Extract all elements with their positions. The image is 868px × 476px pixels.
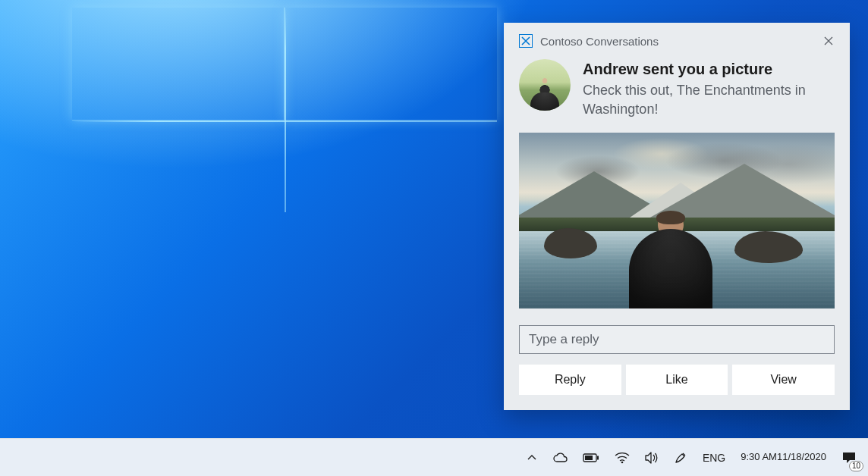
close-icon bbox=[824, 36, 833, 45]
like-button[interactable]: Like bbox=[626, 365, 728, 395]
notification-actions: Reply Like View bbox=[519, 365, 835, 395]
chevron-up-icon bbox=[527, 453, 537, 463]
language-indicator[interactable]: ENG bbox=[697, 443, 731, 473]
app-name: Contoso Conversations bbox=[540, 35, 659, 48]
wallpaper-windows-outline bbox=[72, 8, 497, 212]
notification-count-badge: 10 bbox=[849, 461, 863, 471]
notification-toast: Contoso Conversations Andrew sent you a … bbox=[504, 23, 850, 410]
wifi-tray[interactable] bbox=[609, 443, 635, 473]
volume-tray[interactable] bbox=[640, 443, 664, 473]
cloud-icon bbox=[552, 453, 568, 463]
tray-overflow-button[interactable] bbox=[521, 443, 542, 473]
action-center-button[interactable]: 10 bbox=[836, 443, 862, 473]
notification-hero-image bbox=[519, 133, 835, 308]
app-icon bbox=[519, 34, 533, 48]
toast-header: Contoso Conversations bbox=[504, 23, 850, 56]
reply-button[interactable]: Reply bbox=[519, 365, 621, 395]
speaker-icon bbox=[645, 452, 659, 464]
battery-tray[interactable] bbox=[577, 443, 605, 473]
onedrive-tray[interactable] bbox=[547, 443, 573, 473]
svg-rect-2 bbox=[585, 456, 593, 460]
system-tray: ENG 9:30 AM 11/18/2020 10 bbox=[521, 443, 862, 473]
taskbar: ENG 9:30 AM 11/18/2020 10 bbox=[0, 438, 868, 476]
notification-body: Check this out, The Enchantments in Wash… bbox=[583, 81, 835, 119]
battery-icon bbox=[583, 453, 599, 462]
pen-icon bbox=[674, 451, 687, 465]
clock-time: 9:30 AM bbox=[741, 452, 777, 463]
reply-input[interactable] bbox=[519, 325, 835, 354]
svg-point-3 bbox=[621, 461, 624, 463]
svg-rect-1 bbox=[597, 456, 599, 459]
close-button[interactable] bbox=[818, 30, 839, 52]
view-button[interactable]: View bbox=[732, 365, 835, 395]
wifi-icon bbox=[615, 452, 630, 464]
notification-title: Andrew sent you a picture bbox=[583, 59, 835, 80]
pen-tray[interactable] bbox=[668, 443, 693, 473]
clock[interactable]: 9:30 AM 11/18/2020 bbox=[735, 443, 832, 473]
clock-date: 11/18/2020 bbox=[777, 452, 826, 463]
sender-avatar bbox=[519, 59, 571, 111]
